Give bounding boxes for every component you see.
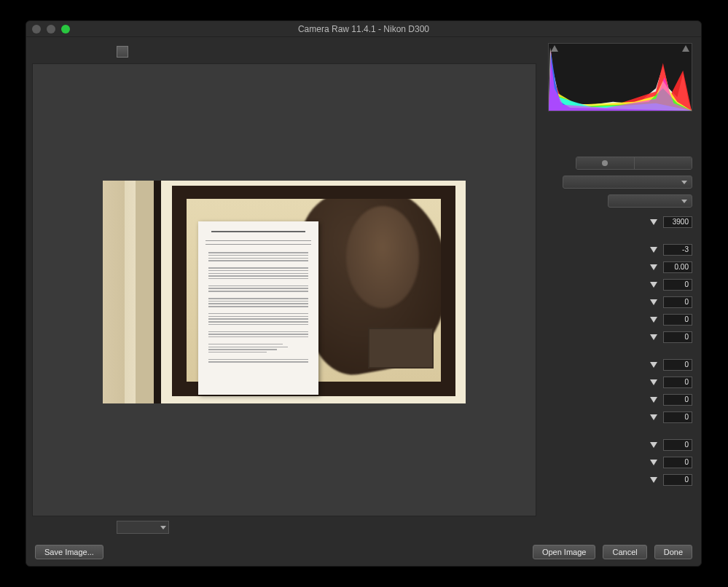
profile-dropdown[interactable] [563,176,692,189]
slider-handle-icon[interactable] [650,379,657,385]
slider-handle-icon[interactable] [650,477,657,483]
slider-dehaze: 0 [548,391,692,409]
slider-value[interactable]: 0 [663,474,692,486]
slider-value[interactable]: 0 [663,331,692,343]
slider-value[interactable]: 0 [663,457,692,468]
preview-image [103,181,466,403]
slider-value[interactable]: 0.00 [663,261,692,273]
footer: Save Image... Open Image Cancel Done [26,538,701,566]
slider-handle-icon[interactable] [650,317,657,323]
highlight-clip-warning-icon[interactable] [682,45,689,52]
adjustments-panel: 3900-30.0000000000000 [542,37,701,538]
slider-handle-icon[interactable] [650,247,657,253]
slider-temperature: 3900 [548,213,692,231]
slider-handle-icon[interactable] [650,264,657,270]
slider-handle-icon[interactable] [650,442,657,448]
slider-value[interactable]: 3900 [663,216,692,228]
slider-extra: 0 [548,454,692,471]
slider-vibrance: 0 [548,409,692,426]
open-image-button[interactable]: Open Image [533,545,596,559]
slider-value[interactable]: 0 [663,439,692,451]
dot-icon [602,160,608,166]
chevron-down-icon [681,181,687,184]
slider-exposure: 0.00 [548,259,692,276]
slider-handle-icon[interactable] [650,282,657,288]
slider-value[interactable]: 0 [663,394,692,406]
tool-button[interactable] [117,46,128,58]
chevron-down-icon [160,526,166,529]
slider-extra2: 0 [548,471,692,489]
slider-handle-icon[interactable] [650,219,657,225]
slider-tint: -3 [548,241,692,259]
histogram[interactable] [548,43,692,111]
slider-value[interactable]: 0 [663,296,692,308]
slider-saturation: 0 [548,436,692,454]
slider-whites: 0 [548,328,692,346]
zoom-window-button[interactable] [61,25,70,34]
titlebar: Camera Raw 11.4.1 - Nikon D300 [26,21,701,37]
slider-clarity: 0 [548,374,692,391]
mode-segment-a[interactable] [576,157,635,169]
toolbar [32,43,536,60]
app-window: Camera Raw 11.4.1 - Nikon D300 [26,20,702,567]
shadow-clip-warning-icon[interactable] [551,45,558,52]
slider-handle-icon[interactable] [650,460,657,465]
window-title: Camera Raw 11.4.1 - Nikon D300 [26,24,701,34]
slider-value[interactable]: -3 [663,244,692,256]
image-canvas[interactable] [32,63,536,516]
minimize-window-button[interactable] [47,25,55,34]
slider-shadows: 0 [548,311,692,328]
close-window-button[interactable] [32,25,41,34]
mode-segmented-control[interactable] [576,157,692,170]
zoom-bar [32,516,536,538]
slider-value[interactable]: 0 [663,411,692,423]
slider-blacks: 0 [548,356,692,374]
slider-value[interactable]: 0 [663,314,692,326]
slider-handle-icon[interactable] [650,397,657,403]
content-area: 3900-30.0000000000000 [26,37,701,538]
white-balance-dropdown[interactable] [608,194,692,208]
slider-value[interactable]: 0 [663,377,692,388]
slider-value[interactable]: 0 [663,279,692,291]
histogram-plot [549,44,692,111]
save-image-button[interactable]: Save Image... [35,545,103,559]
slider-handle-icon[interactable] [650,414,657,420]
mode-segment-b[interactable] [635,157,692,169]
slider-contrast: 0 [548,276,692,294]
slider-value[interactable]: 0 [663,359,692,371]
main-pane [26,37,542,538]
window-controls [32,25,70,34]
slider-handle-icon[interactable] [650,299,657,305]
slider-handle-icon[interactable] [650,362,657,368]
zoom-select[interactable] [117,521,169,534]
slider-handle-icon[interactable] [650,334,657,340]
sliders-group: 3900-30.0000000000000 [548,213,692,538]
done-button[interactable]: Done [654,545,692,559]
chevron-down-icon [681,200,687,203]
slider-highlights: 0 [548,294,692,311]
cancel-button[interactable]: Cancel [603,545,646,559]
